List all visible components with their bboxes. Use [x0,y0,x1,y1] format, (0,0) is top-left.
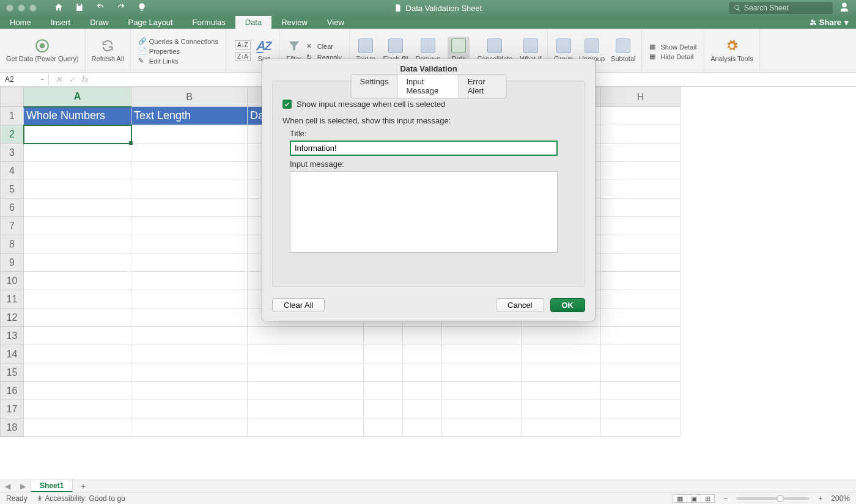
bulb-icon[interactable] [137,2,147,14]
cell-C18[interactable] [248,418,364,437]
cell-F14[interactable] [442,345,522,363]
cancel-formula-icon[interactable]: ✕ [55,75,62,84]
cell-E18[interactable] [403,418,442,437]
zoom-slider[interactable] [736,497,810,500]
tab-view[interactable]: View [317,16,354,29]
cell-B12[interactable] [131,309,248,327]
home-icon[interactable] [54,2,64,14]
cell-H15[interactable] [601,363,681,382]
input-message-textarea[interactable] [290,171,558,253]
zoom-in-button[interactable]: + [818,494,822,503]
edit-links-button[interactable]: ✎Edit Links [137,56,180,66]
cell-B7[interactable] [131,217,248,235]
cell-A15[interactable] [24,363,131,382]
subtotal-button[interactable]: Subtotal [611,38,635,62]
sort-za-icon[interactable]: Z↓A [235,52,251,61]
cell-H16[interactable] [601,382,681,400]
cell-G17[interactable] [522,400,601,418]
status-accessibility[interactable]: Accessibility: Good to go [36,494,125,503]
cell-E15[interactable] [403,363,442,382]
cell-H12[interactable] [601,309,681,327]
cell-H2[interactable] [601,125,681,144]
zoom-level[interactable]: 200% [831,494,850,503]
zoom-dot-icon[interactable] [29,4,37,12]
accept-formula-icon[interactable]: ✓ [68,75,76,84]
hide-detail-button[interactable]: ▦Hide Detail [648,52,695,62]
cell-A4[interactable] [24,162,131,180]
cell-B8[interactable] [131,235,248,254]
clear-all-button[interactable]: Clear All [272,298,325,312]
sort-az-icon[interactable]: A↓Z [235,40,251,49]
cell-F18[interactable] [442,418,522,437]
properties-button[interactable]: 📄Properties [137,46,181,56]
cell-B13[interactable] [131,327,248,345]
show-input-message-checkbox[interactable] [282,100,292,109]
cell-F13[interactable] [442,327,522,345]
cell-D18[interactable] [364,418,403,437]
cell-A6[interactable] [24,199,131,217]
cell-B3[interactable] [131,144,248,162]
close-dot-icon[interactable] [6,4,13,12]
zoom-out-button[interactable]: − [723,494,728,503]
cell-H6[interactable] [601,199,681,217]
cell-A16[interactable] [24,382,131,400]
search-sheet-box[interactable]: Search Sheet [729,2,833,14]
cell-F17[interactable] [442,400,522,418]
cell-C17[interactable] [248,400,364,418]
sheet-nav-next-icon[interactable]: ▶ [15,482,31,491]
cell-A12[interactable] [24,309,131,327]
cell-A17[interactable] [24,400,131,418]
ok-button[interactable]: OK [550,298,586,312]
cell-H5[interactable] [601,180,681,199]
cell-H17[interactable] [601,400,681,418]
cell-H18[interactable] [601,418,681,437]
cell-B9[interactable] [131,254,248,272]
get-data-button[interactable]: Get Data (Power Query) [6,38,79,62]
title-input[interactable] [290,141,558,156]
tab-page-layout[interactable]: Page Layout [119,16,183,29]
view-mode-buttons[interactable]: ▦▣⊞ [673,494,715,503]
add-sheet-button[interactable]: ＋ [73,480,94,493]
cell-A1[interactable]: Whole Numbers [24,107,131,125]
cell-H8[interactable] [601,235,681,254]
cell-B6[interactable] [131,199,248,217]
cell-E16[interactable] [403,382,442,400]
cell-B16[interactable] [131,382,248,400]
cell-H14[interactable] [601,345,681,363]
cell-H13[interactable] [601,327,681,345]
show-detail-button[interactable]: ▦Show Detail [648,42,698,52]
dialog-tab-settings[interactable]: Settings [352,75,398,98]
sheet-nav-prev-icon[interactable]: ◀ [0,482,15,491]
sheet-tab-sheet1[interactable]: Sheet1 [31,480,73,492]
redo-icon[interactable] [116,2,126,14]
fx-icon[interactable]: fx [82,75,89,84]
cell-H4[interactable] [601,162,681,180]
cell-A5[interactable] [24,180,131,199]
cell-A11[interactable] [24,290,131,309]
name-box[interactable]: A2 [0,74,49,85]
tab-data[interactable]: Data [235,16,271,29]
cell-B17[interactable] [131,400,248,418]
cell-A13[interactable] [24,327,131,345]
cell-A3[interactable] [24,144,131,162]
cell-H7[interactable] [601,217,681,235]
cell-E14[interactable] [403,345,442,363]
queries-connections-button[interactable]: 🔗Queries & Connections [137,37,220,46]
cell-H1[interactable] [601,107,681,125]
save-icon[interactable] [75,2,84,14]
dialog-tab-error-alert[interactable]: Error Alert [459,75,506,98]
cell-H9[interactable] [601,254,681,272]
refresh-all-button[interactable]: Refresh All [92,38,124,62]
cell-F15[interactable] [442,363,522,382]
cell-D13[interactable] [364,327,403,345]
cell-A9[interactable] [24,254,131,272]
cell-B11[interactable] [131,290,248,309]
cell-A2[interactable] [24,125,131,144]
cell-C14[interactable] [248,345,364,363]
cell-B18[interactable] [131,418,248,437]
cell-H11[interactable] [601,290,681,309]
tab-formulas[interactable]: Formulas [183,16,235,29]
minimize-dot-icon[interactable] [18,4,25,12]
tab-home[interactable]: Home [0,16,41,29]
cell-B2[interactable] [131,125,248,144]
